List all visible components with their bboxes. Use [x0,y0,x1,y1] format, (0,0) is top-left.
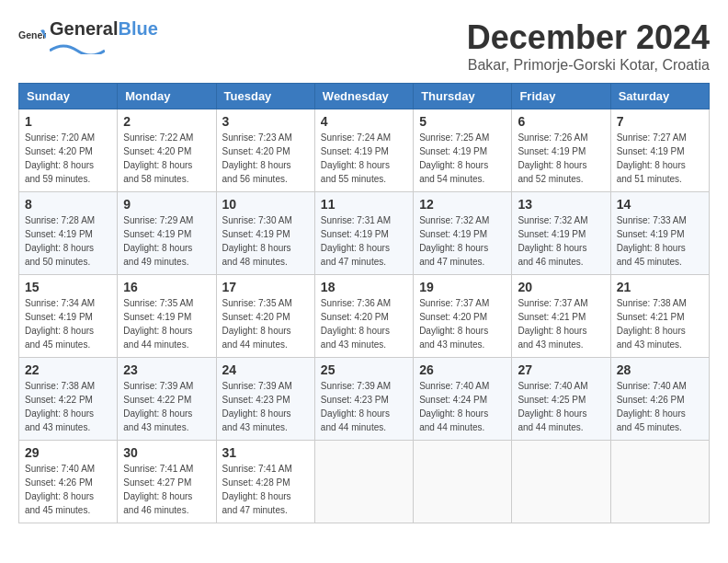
calendar-cell: 29Sunrise: 7:40 AMSunset: 4:26 PMDayligh… [19,441,118,523]
day-number: 10 [222,197,309,212]
calendar-cell: 27Sunrise: 7:40 AMSunset: 4:25 PMDayligh… [512,358,610,441]
day-number: 27 [518,362,604,377]
day-number: 12 [419,197,506,212]
calendar-cell: 30Sunrise: 7:41 AMSunset: 4:27 PMDayligh… [118,441,216,523]
day-info: Sunrise: 7:25 AMSunset: 4:19 PMDaylight:… [419,131,506,186]
calendar-week-3: 15Sunrise: 7:34 AMSunset: 4:19 PMDayligh… [19,275,710,358]
day-number: 30 [123,445,210,460]
day-number: 24 [222,362,309,377]
day-number: 28 [617,362,703,377]
day-info: Sunrise: 7:35 AMSunset: 4:20 PMDaylight:… [222,296,309,351]
calendar-cell: 21Sunrise: 7:38 AMSunset: 4:21 PMDayligh… [610,275,709,358]
day-header-wednesday: Wednesday [314,84,413,109]
day-info: Sunrise: 7:40 AMSunset: 4:26 PMDaylight:… [617,379,703,434]
calendar-cell: 22Sunrise: 7:38 AMSunset: 4:22 PMDayligh… [19,358,118,441]
day-number: 19 [419,280,506,294]
day-info: Sunrise: 7:39 AMSunset: 4:23 PMDaylight:… [321,379,407,434]
calendar-cell: 6Sunrise: 7:26 AMSunset: 4:19 PMDaylight… [512,109,610,192]
logo-icon: General [18,25,46,52]
location-title: Bakar, Primorje-Gorski Kotar, Croatia [467,57,710,74]
day-info: Sunrise: 7:32 AMSunset: 4:19 PMDaylight:… [419,213,506,269]
day-info: Sunrise: 7:36 AMSunset: 4:20 PMDaylight:… [321,296,407,351]
calendar-cell: 17Sunrise: 7:35 AMSunset: 4:20 PMDayligh… [216,275,314,358]
calendar-cell: 26Sunrise: 7:40 AMSunset: 4:24 PMDayligh… [414,358,512,441]
day-number: 4 [321,114,407,129]
calendar-cell: 7Sunrise: 7:27 AMSunset: 4:19 PMDaylight… [610,109,709,192]
calendar-cell: 19Sunrise: 7:37 AMSunset: 4:20 PMDayligh… [414,275,512,358]
day-info: Sunrise: 7:39 AMSunset: 4:22 PMDaylight:… [123,379,210,434]
day-info: Sunrise: 7:34 AMSunset: 4:19 PMDaylight:… [25,296,111,351]
calendar-cell [414,441,512,523]
logo-wave [50,40,105,54]
calendar-cell: 31Sunrise: 7:41 AMSunset: 4:28 PMDayligh… [216,441,314,523]
logo-blue: Blue [118,18,157,40]
calendar-cell: 25Sunrise: 7:39 AMSunset: 4:23 PMDayligh… [314,358,413,441]
title-area: December 2024 Bakar, Primorje-Gorski Kot… [467,18,710,74]
day-number: 23 [123,362,210,377]
day-number: 16 [123,280,210,294]
calendar-cell [314,441,413,523]
day-info: Sunrise: 7:22 AMSunset: 4:20 PMDaylight:… [123,131,210,186]
calendar-cell: 15Sunrise: 7:34 AMSunset: 4:19 PMDayligh… [19,275,118,358]
calendar-header-row: SundayMondayTuesdayWednesdayThursdayFrid… [19,84,710,109]
calendar-cell: 13Sunrise: 7:32 AMSunset: 4:19 PMDayligh… [512,192,610,275]
logo: General GeneralBlue [18,18,158,58]
day-info: Sunrise: 7:27 AMSunset: 4:19 PMDaylight:… [617,131,703,186]
calendar-cell: 14Sunrise: 7:33 AMSunset: 4:19 PMDayligh… [610,192,709,275]
day-info: Sunrise: 7:40 AMSunset: 4:24 PMDaylight:… [419,379,506,434]
calendar-cell: 23Sunrise: 7:39 AMSunset: 4:22 PMDayligh… [118,358,216,441]
day-header-thursday: Thursday [414,84,512,109]
calendar-cell: 2Sunrise: 7:22 AMSunset: 4:20 PMDaylight… [118,109,216,192]
day-info: Sunrise: 7:20 AMSunset: 4:20 PMDaylight:… [25,131,111,186]
day-number: 25 [321,362,407,377]
day-number: 13 [518,197,604,212]
day-info: Sunrise: 7:33 AMSunset: 4:19 PMDaylight:… [617,213,703,269]
day-number: 2 [123,114,210,129]
day-number: 31 [222,445,309,460]
calendar-cell: 1Sunrise: 7:20 AMSunset: 4:20 PMDaylight… [19,109,118,192]
calendar-cell [512,441,610,523]
calendar-week-1: 1Sunrise: 7:20 AMSunset: 4:20 PMDaylight… [19,109,710,192]
day-info: Sunrise: 7:37 AMSunset: 4:20 PMDaylight:… [419,296,506,351]
calendar-cell: 3Sunrise: 7:23 AMSunset: 4:20 PMDaylight… [216,109,314,192]
calendar-cell: 12Sunrise: 7:32 AMSunset: 4:19 PMDayligh… [414,192,512,275]
calendar-week-2: 8Sunrise: 7:28 AMSunset: 4:19 PMDaylight… [19,192,710,275]
day-number: 22 [25,362,111,377]
calendar-cell: 28Sunrise: 7:40 AMSunset: 4:26 PMDayligh… [610,358,709,441]
day-header-monday: Monday [118,84,216,109]
day-number: 11 [321,197,407,212]
calendar-cell: 20Sunrise: 7:37 AMSunset: 4:21 PMDayligh… [512,275,610,358]
day-number: 7 [617,114,703,129]
calendar-cell: 5Sunrise: 7:25 AMSunset: 4:19 PMDaylight… [414,109,512,192]
calendar-cell: 16Sunrise: 7:35 AMSunset: 4:19 PMDayligh… [118,275,216,358]
calendar-week-5: 29Sunrise: 7:40 AMSunset: 4:26 PMDayligh… [19,441,710,523]
day-info: Sunrise: 7:26 AMSunset: 4:19 PMDaylight:… [518,131,604,186]
page-header: General GeneralBlue December 2024 Bakar,… [18,18,710,74]
day-header-sunday: Sunday [19,84,118,109]
day-info: Sunrise: 7:41 AMSunset: 4:27 PMDaylight:… [123,462,210,517]
day-number: 8 [25,197,111,212]
day-number: 21 [617,280,703,294]
day-number: 15 [25,280,111,294]
day-header-tuesday: Tuesday [216,84,314,109]
day-info: Sunrise: 7:39 AMSunset: 4:23 PMDaylight:… [222,379,309,434]
day-number: 5 [419,114,506,129]
day-info: Sunrise: 7:32 AMSunset: 4:19 PMDaylight:… [518,213,604,269]
day-info: Sunrise: 7:23 AMSunset: 4:20 PMDaylight:… [222,131,309,186]
calendar-cell: 18Sunrise: 7:36 AMSunset: 4:20 PMDayligh… [314,275,413,358]
day-number: 18 [321,280,407,294]
day-info: Sunrise: 7:37 AMSunset: 4:21 PMDaylight:… [518,296,604,351]
day-number: 26 [419,362,506,377]
logo-general: General [50,18,118,40]
day-info: Sunrise: 7:29 AMSunset: 4:19 PMDaylight:… [123,213,210,269]
day-number: 20 [518,280,604,294]
calendar-cell: 8Sunrise: 7:28 AMSunset: 4:19 PMDaylight… [19,192,118,275]
calendar-cell: 4Sunrise: 7:24 AMSunset: 4:19 PMDaylight… [314,109,413,192]
day-info: Sunrise: 7:35 AMSunset: 4:19 PMDaylight:… [123,296,210,351]
calendar-cell: 11Sunrise: 7:31 AMSunset: 4:19 PMDayligh… [314,192,413,275]
day-number: 1 [25,114,111,129]
day-header-friday: Friday [512,84,610,109]
day-number: 14 [617,197,703,212]
calendar-table: SundayMondayTuesdayWednesdayThursdayFrid… [18,83,710,523]
day-info: Sunrise: 7:40 AMSunset: 4:26 PMDaylight:… [25,462,111,517]
